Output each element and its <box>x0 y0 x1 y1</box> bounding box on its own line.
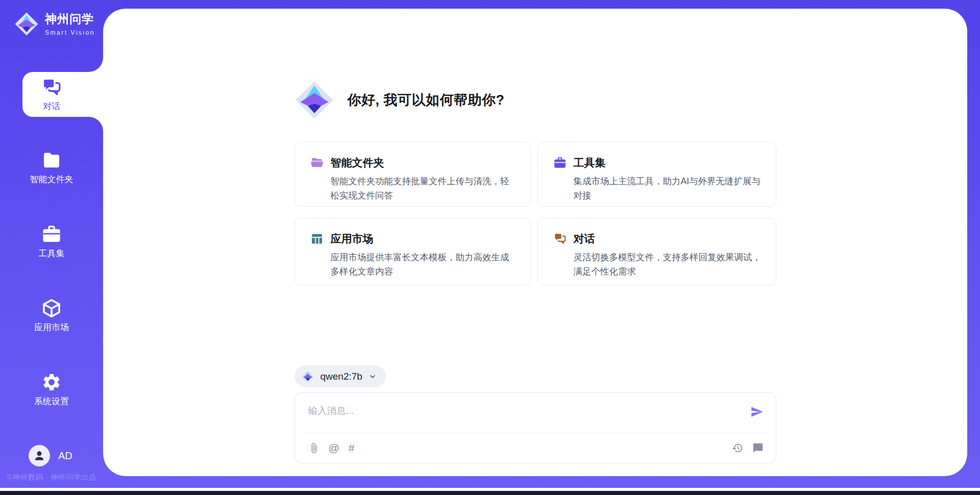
composer-input-row <box>295 393 776 433</box>
chat-bubbles-icon <box>41 77 62 97</box>
feature-card-chat[interactable]: 对话 灵活切换多模型文件，支持多样回复效果调试，满足个性化需求 <box>537 218 776 285</box>
sidebar-item-app-market[interactable]: 应用市场 <box>0 298 103 333</box>
paperclip-icon[interactable] <box>308 442 320 454</box>
send-plane-icon[interactable] <box>750 405 764 418</box>
sidebar-item-label: 智能文件夹 <box>0 174 103 185</box>
user-profile[interactable]: AD <box>29 445 72 466</box>
card-head: 应用市场 <box>310 232 518 246</box>
feature-card-app-market[interactable]: 应用市场 应用市场提供丰富长文本模板，助力高效生成多样化文章内容 <box>295 218 531 285</box>
avatar[interactable] <box>29 445 50 466</box>
gem-diamond-icon <box>14 12 39 36</box>
tab-fillet-bottom <box>89 117 103 131</box>
model-selector[interactable]: qwen2:7b <box>295 365 386 387</box>
hash-icon[interactable]: # <box>349 442 355 454</box>
sidebar-footer: ©神州数码 · 神州问学出品 <box>0 473 103 482</box>
chat-bubbles-icon <box>553 232 567 245</box>
history-icon[interactable] <box>732 442 743 454</box>
tab-fillet-top <box>89 58 103 72</box>
sidebar-item-smart-folder[interactable]: 智能文件夹 <box>0 150 103 185</box>
composer-toolbar: @ # <box>295 433 776 463</box>
composer-toolbar-right <box>732 442 764 454</box>
card-description: 集成市场上主流工具，助力AI与外界无缝扩展与对接 <box>574 174 764 203</box>
sidebar-item-label: 系统设置 <box>0 395 103 407</box>
feature-card-toolset[interactable]: 工具集 集成市场上主流工具，助力AI与外界无缝扩展与对接 <box>537 142 776 207</box>
brand: 神州问学 Smart Vision <box>14 11 95 36</box>
card-head: 工具集 <box>553 156 764 170</box>
card-title: 智能文件夹 <box>331 156 384 170</box>
card-description: 灵活切换多模型文件，支持多样回复效果调试，满足个性化需求 <box>574 250 764 279</box>
sidebar-item-chat[interactable]: 对话 <box>0 77 103 112</box>
user-initials: AD <box>58 450 72 462</box>
table-grid-icon <box>310 232 324 245</box>
card-title: 应用市场 <box>331 232 374 246</box>
sidebar-item-label: 工具集 <box>0 247 103 259</box>
folder-icon <box>41 150 62 170</box>
briefcase-icon <box>553 156 567 169</box>
folder-open-icon <box>310 156 324 169</box>
gear-icon <box>41 372 62 392</box>
brand-subtitle: Smart Vision <box>45 29 95 36</box>
sidebar-item-label: 对话 <box>0 101 103 112</box>
at-sign-icon[interactable]: @ <box>329 442 339 454</box>
gem-diamond-icon <box>301 370 314 383</box>
cube-icon <box>41 298 62 318</box>
briefcase-icon <box>41 224 62 244</box>
card-title: 工具集 <box>574 156 606 170</box>
card-title: 对话 <box>574 232 595 246</box>
app-background: 你好, 我可以如何帮助你? 智能文件夹 智能文件夹功能支持批量文件上传与清洗，轻… <box>0 0 980 488</box>
feature-card-smart-folder[interactable]: 智能文件夹 智能文件夹功能支持批量文件上传与清洗，轻松实现文件问答 <box>295 142 531 207</box>
card-description: 应用市场提供丰富长文本模板，助力高效生成多样化文章内容 <box>331 250 518 279</box>
feature-cards: 智能文件夹 智能文件夹功能支持批量文件上传与清洗，轻松实现文件问答 工具集 集成… <box>295 142 776 285</box>
message-composer: @ # <box>295 392 776 463</box>
sidebar-item-toolset[interactable]: 工具集 <box>0 224 103 259</box>
person-icon <box>33 449 46 462</box>
card-head: 智能文件夹 <box>310 156 518 170</box>
welcome-header: 你好, 我可以如何帮助你? <box>295 80 505 120</box>
brand-title: 神州问学 <box>45 11 95 27</box>
sidebar-item-settings[interactable]: 系统设置 <box>0 372 103 407</box>
card-head: 对话 <box>553 232 764 246</box>
bottom-window-edge <box>0 491 980 495</box>
chevron-down-icon <box>369 373 377 381</box>
greeting-title: 你好, 我可以如何帮助你? <box>348 91 505 109</box>
content-column: 你好, 我可以如何帮助你? 智能文件夹 智能文件夹功能支持批量文件上传与清洗，轻… <box>295 9 776 476</box>
message-input[interactable] <box>308 405 750 416</box>
gem-diamond-icon <box>295 80 334 120</box>
sidebar-item-label: 应用市场 <box>0 321 103 333</box>
brand-text: 神州问学 Smart Vision <box>45 11 95 36</box>
sidebar: 神州问学 Smart Vision 对话 智能文件夹 <box>0 0 103 488</box>
comment-icon[interactable] <box>752 442 764 454</box>
main-panel: 你好, 我可以如何帮助你? 智能文件夹 智能文件夹功能支持批量文件上传与清洗，轻… <box>103 9 967 476</box>
model-name: qwen2:7b <box>321 371 362 382</box>
card-description: 智能文件夹功能支持批量文件上传与清洗，轻松实现文件问答 <box>331 174 518 203</box>
composer-toolbar-left: @ # <box>308 442 355 454</box>
